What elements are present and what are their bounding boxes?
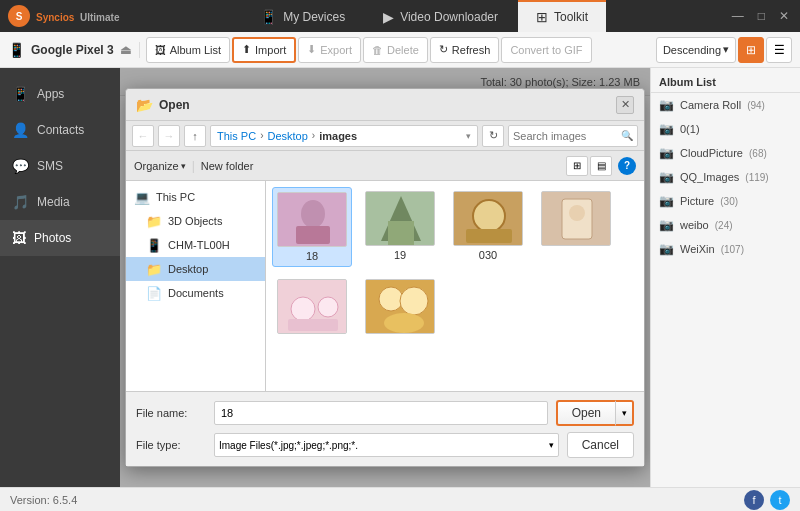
refresh-button[interactable]: ↻ Refresh [430,37,500,63]
search-input[interactable] [513,130,619,142]
nav-refresh-button[interactable]: ↻ [482,125,504,147]
dialog-file-toolbar: Organize ▾ | New folder ⊞ ▤ ? [126,151,644,181]
album-count-qq: (119) [745,172,768,183]
pc-icon: 💻 [134,190,150,205]
open-button-group: Open ▾ [556,400,634,426]
dropdown-icon[interactable]: ▾ [466,131,471,141]
sidebar: 📱 Apps 👤 Contacts 💬 SMS 🎵 Media 🖼 Photos [0,68,120,487]
sidebar-item-sms[interactable]: 💬 SMS [0,148,120,184]
album-item-weibo[interactable]: 📷 weibo (24) [651,213,800,237]
filetype-select[interactable]: Image Files(*.jpg;*.jpeg;*.png;*. ▾ [214,433,559,457]
sidebar-documents[interactable]: 📄 Documents [126,281,265,305]
album-list-button[interactable]: 🖼 Album List [146,37,230,63]
dialog-body: 💻 This PC 📁 3D Objects 📱 CHM-TL00H [126,181,644,391]
file-item-18[interactable]: 18 [272,187,352,267]
sort-label: Descending [663,44,721,56]
new-folder-button[interactable]: New folder [201,160,254,172]
svg-point-14 [318,297,338,317]
dialog-title: Open [159,98,190,112]
sidebar-item-media[interactable]: 🎵 Media [0,184,120,220]
dialog-overlay: 📂 Open ✕ ← → ↑ This PC › Desktop › im [120,68,650,487]
album-count-picture: (30) [720,196,738,207]
breadcrumb: This PC › Desktop › images ▾ [210,125,478,147]
sidebar-desktop[interactable]: 📁 Desktop [126,257,265,281]
tab-my-devices[interactable]: 📱 My Devices [242,0,363,32]
sidebar-this-pc[interactable]: 💻 This PC [126,185,265,209]
album-item-0[interactable]: 📷 0(1) [651,117,800,141]
open-button[interactable]: Open [556,400,616,426]
file-thumb-4 [541,191,611,246]
tab-video-downloader[interactable]: ▶ Video Downloader [365,0,516,32]
right-panel-header: Album List [651,72,800,93]
breadcrumb-sep-1: › [260,130,263,141]
file-item-030[interactable]: 030 [448,187,528,267]
tab-toolkit-label: Toolkit [554,10,588,24]
3d-objects-icon: 📁 [146,214,162,229]
sidebar-item-contacts[interactable]: 👤 Contacts [0,112,120,148]
sidebar-chm-device[interactable]: 📱 CHM-TL00H [126,233,265,257]
statusbar: Version: 6.5.4 f t [0,487,800,511]
twitter-button[interactable]: t [770,490,790,510]
tab-toolkit[interactable]: ⊞ Toolkit [518,0,606,32]
open-dropdown-button[interactable]: ▾ [616,400,634,426]
album-name-camera-roll: Camera Roll [680,99,741,111]
thumbnail-view-button[interactable]: ⊞ [566,156,588,176]
list-view-button[interactable]: ▤ [590,156,612,176]
desktop-icon: 📁 [146,262,162,277]
nav-tabs: 📱 My Devices ▶ Video Downloader ⊞ Toolki… [242,0,606,32]
sidebar-item-contacts-label: Contacts [37,123,84,137]
maximize-button[interactable]: □ [755,9,768,23]
delete-button[interactable]: 🗑 Delete [363,37,428,63]
eject-icon[interactable]: ⏏ [120,43,131,57]
sidebar-item-apps[interactable]: 📱 Apps [0,76,120,112]
filetype-value: Image Files(*.jpg;*.jpeg;*.png;*. [219,440,358,451]
nav-up-button[interactable]: ↑ [184,125,206,147]
album-item-qq-images[interactable]: 📷 QQ_Images (119) [651,165,800,189]
album-icon-0: 📷 [659,122,674,136]
album-item-cloudpicture[interactable]: 📷 CloudPicture (68) [651,141,800,165]
close-button[interactable]: ✕ [776,9,792,23]
album-item-weixin[interactable]: 📷 WeiXin (107) [651,237,800,261]
album-item-picture[interactable]: 📷 Picture (30) [651,189,800,213]
help-button[interactable]: ? [618,157,636,175]
toolkit-icon: ⊞ [536,9,548,25]
album-name-0: 0(1) [680,123,700,135]
list-view-button[interactable]: ☰ [766,37,792,63]
file-item-5[interactable] [272,275,352,341]
file-thumb-19 [365,191,435,246]
import-button[interactable]: ⬆ Import [232,37,296,63]
export-button[interactable]: ⬇ Export [298,37,361,63]
album-name-cloudpicture: CloudPicture [680,147,743,159]
breadcrumb-desktop[interactable]: Desktop [267,130,307,142]
convert-gif-button[interactable]: Convert to GIF [501,37,591,63]
facebook-button[interactable]: f [744,490,764,510]
breadcrumb-this-pc[interactable]: This PC [217,130,256,142]
device-info: 📱 Google Pixel 3 ⏏ [8,42,140,58]
file-item-19[interactable]: 19 [360,187,440,267]
organize-button[interactable]: Organize ▾ [134,160,186,172]
sort-dropdown[interactable]: Descending ▾ [656,37,736,63]
album-name-weibo: weibo [680,219,709,231]
nav-forward-button[interactable]: → [158,125,180,147]
album-item-camera-roll[interactable]: 📷 Camera Roll (94) [651,93,800,117]
sidebar-item-photos-label: Photos [34,231,71,245]
minimize-button[interactable]: — [729,9,747,23]
dialog-close-button[interactable]: ✕ [616,96,634,114]
cancel-button[interactable]: Cancel [567,432,634,458]
filename-input[interactable] [214,401,548,425]
dialog-nav: ← → ↑ This PC › Desktop › images ▾ ↻ [126,121,644,151]
album-icon-qq: 📷 [659,170,674,184]
file-name-19: 19 [394,249,406,261]
search-icon[interactable]: 🔍 [621,130,633,141]
sidebar-item-photos[interactable]: 🖼 Photos [0,220,120,256]
view-buttons: ⊞ ☰ [738,37,792,63]
file-item-6[interactable] [360,275,440,341]
sidebar-item-sms-label: SMS [37,159,63,173]
filetype-row: File type: Image Files(*.jpg;*.jpeg;*.pn… [136,432,634,458]
chm-label: CHM-TL00H [168,239,230,251]
sidebar-3d-objects[interactable]: 📁 3D Objects [126,209,265,233]
file-item-4[interactable] [536,187,616,267]
nav-back-button[interactable]: ← [132,125,154,147]
sidebar-item-media-label: Media [37,195,70,209]
grid-view-button[interactable]: ⊞ [738,37,764,63]
